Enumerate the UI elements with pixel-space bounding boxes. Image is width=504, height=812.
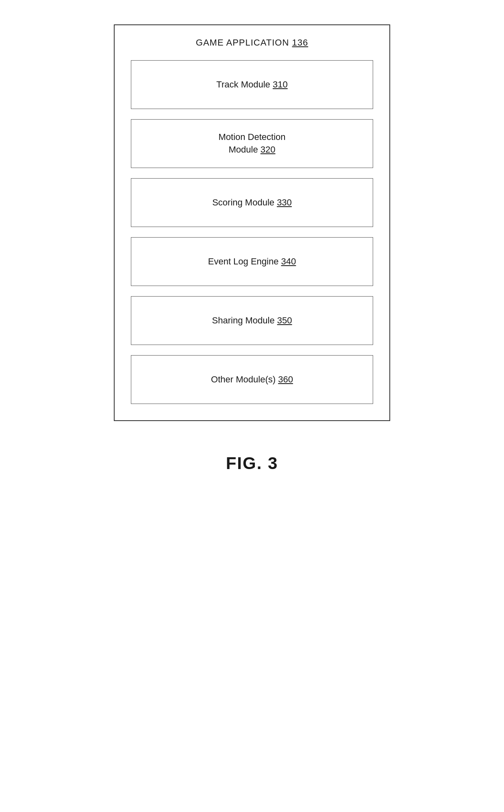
track-module-box: Track Module 310 (131, 60, 373, 109)
motion-detection-module-box: Motion DetectionModule 320 (131, 119, 373, 168)
sharing-module-box: Sharing Module 350 (131, 296, 373, 345)
scoring-module-box: Scoring Module 330 (131, 178, 373, 227)
scoring-module-number: 330 (277, 197, 292, 207)
figure-label: FIG. 3 (226, 454, 278, 473)
other-modules-number: 360 (278, 374, 293, 384)
page-container: GAME APPLICATION 136 Track Module 310 Mo… (0, 0, 504, 812)
other-modules-box: Other Module(s) 360 (131, 355, 373, 404)
event-log-engine-box: Event Log Engine 340 (131, 237, 373, 286)
sharing-module-number: 350 (277, 315, 292, 325)
game-app-number: 136 (292, 37, 308, 48)
event-log-engine-number: 340 (281, 256, 296, 266)
sharing-module-label: Sharing Module 350 (212, 314, 292, 327)
scoring-module-label: Scoring Module 330 (212, 196, 292, 209)
game-app-title: GAME APPLICATION 136 (196, 37, 308, 48)
outer-box: GAME APPLICATION 136 Track Module 310 Mo… (114, 24, 390, 421)
track-module-label: Track Module 310 (216, 79, 287, 91)
other-modules-label: Other Module(s) 360 (211, 373, 293, 386)
motion-detection-module-number: 320 (261, 144, 276, 155)
track-module-number: 310 (273, 79, 288, 89)
event-log-engine-label: Event Log Engine 340 (208, 255, 296, 268)
motion-detection-module-label: Motion DetectionModule 320 (218, 131, 285, 156)
